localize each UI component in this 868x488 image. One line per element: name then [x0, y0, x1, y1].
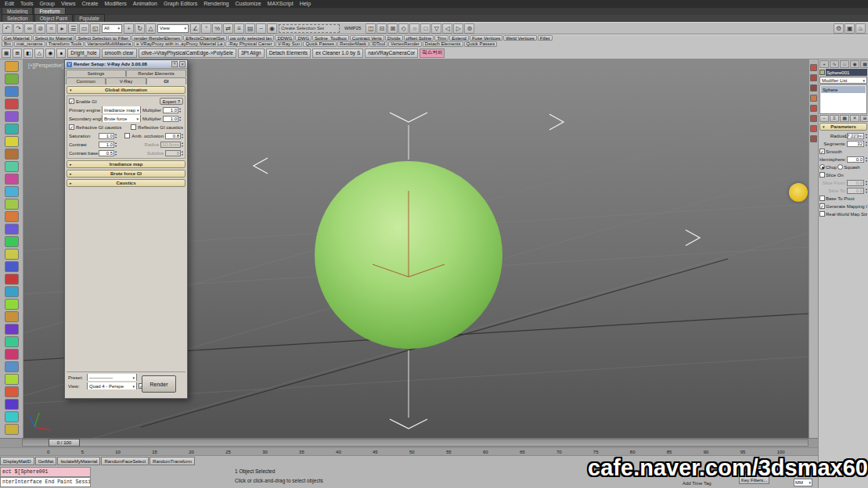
spinner-arrows-icon[interactable]: ▴▾ — [115, 150, 117, 156]
modifier-stack[interactable]: Sphere — [819, 84, 867, 114]
spinner-arrows-icon[interactable]: ▴▾ — [179, 107, 181, 113]
tool-icon[interactable] — [5, 124, 19, 135]
maxscript-listener-output[interactable]: nterInterface End Paint Session — [0, 477, 91, 487]
timeline-ruler[interactable]: 0510152025303540455055606570758085909510… — [0, 447, 818, 455]
script-button[interactable]: ow only selected lay — [228, 35, 275, 41]
menu-item[interactable]: Help — [297, 0, 314, 8]
toolbar-icon[interactable]: ○ — [409, 23, 420, 34]
smooth-checkbox[interactable] — [819, 149, 825, 154]
primary-engine-dropdown[interactable]: Irradiance map ▾ — [102, 106, 141, 113]
toolbar-icon[interactable]: ◉ — [45, 48, 55, 58]
angle-snap-icon[interactable]: ° — [201, 23, 211, 34]
ao-subdivs-spinner[interactable]: 8 ▴▾ — [165, 150, 183, 156]
ribbon-tab[interactable]: Selection — [2, 14, 34, 22]
contrast-spinner[interactable]: 1.0 ▴▾ — [99, 142, 117, 148]
script-button[interactable]: ctive->VrayPhysicalCamEdge->PolySele — [139, 48, 236, 58]
secondary-engine-dropdown[interactable]: Brute force ▾ — [102, 115, 141, 122]
view-dropdown[interactable]: Quad 4 - Perspe ▾ — [87, 382, 137, 389]
selection-set-field[interactable]: Create Selection Set — [279, 24, 340, 33]
tool-icon[interactable] — [5, 411, 19, 422]
tool-icon[interactable] — [5, 361, 19, 372]
reference-coordinate-dropdown[interactable]: View ▾ — [157, 24, 189, 33]
spinner-arrows-icon[interactable]: ▴▾ — [182, 142, 183, 148]
tool-icon[interactable] — [810, 105, 817, 112]
redo-icon[interactable]: ↷ — [13, 23, 23, 34]
spinner-arrows-icon[interactable]: ▴▾ — [179, 116, 181, 122]
slice-to-field[interactable]: 0.0 — [847, 188, 864, 194]
tool-icon[interactable] — [5, 186, 19, 197]
chop-radio[interactable] — [819, 164, 825, 170]
slice-from-field[interactable]: 0.0 — [847, 180, 864, 186]
hemisphere-field[interactable]: 0.0 — [847, 156, 864, 163]
enable-gi-checkbox[interactable] — [69, 99, 74, 104]
render-dialog-tab[interactable]: Render Elements — [126, 70, 186, 77]
tool-icon[interactable] — [810, 125, 817, 132]
select-by-name-icon[interactable]: ☰ — [68, 23, 78, 34]
render-dialog-tab[interactable]: V-Ray — [106, 77, 146, 84]
refractive-caustics-checkbox[interactable] — [69, 124, 74, 130]
menu-item[interactable]: MAXScript — [265, 0, 297, 8]
align-icon[interactable]: ≡ — [234, 23, 244, 34]
tool-icon[interactable] — [5, 136, 19, 147]
rollout-caustics[interactable]: ▸ Caustics — [67, 179, 185, 187]
script-button[interactable]: Dright_hole — [67, 48, 99, 58]
timeline-track[interactable] — [22, 439, 809, 447]
script-button[interactable]: Weld Vertices — [503, 35, 537, 41]
primary-multiplier-spinner[interactable]: 1.0 ▴▾ — [163, 107, 181, 113]
tool-icon[interactable] — [5, 399, 19, 410]
script-button[interactable]: 3Pt Align — [238, 48, 265, 58]
fix-korean-button[interactable]: 픽스커퍼 — [420, 48, 445, 58]
dialog-titlebar[interactable]: V Render Setup: V-Ray Adv 3.00.08 ? ✕ — [65, 60, 187, 69]
tool-icon[interactable] — [5, 274, 19, 285]
toolbar-icon[interactable]: ∎ — [56, 48, 66, 58]
saturation-spinner[interactable]: 1.0 ▴▾ — [99, 133, 117, 139]
tool-icon[interactable] — [5, 424, 19, 435]
menu-item[interactable]: Animation — [130, 0, 160, 8]
tool-icon[interactable] — [5, 386, 19, 397]
segments-field[interactable]: 32 — [847, 141, 864, 147]
remove-modifier-icon[interactable]: ✕ — [850, 115, 859, 122]
script-button[interactable]: mat_rename — [14, 41, 45, 47]
script-button[interactable]: DWG — [295, 35, 312, 41]
snap-toggle-icon[interactable]: ∠ — [190, 23, 200, 34]
script-button[interactable]: Detach Elements — [266, 48, 312, 58]
tool-icon[interactable] — [5, 249, 19, 260]
object-name-field[interactable]: Sphere001 — [826, 69, 867, 76]
tool-icon[interactable] — [5, 299, 19, 310]
rendered-frame-icon[interactable]: ▣ — [845, 23, 855, 34]
make-unique-icon[interactable]: ▦ — [840, 115, 849, 122]
script-button[interactable]: Get Material — [2, 35, 32, 41]
radius-field[interactable]: 17.223m — [847, 133, 864, 139]
preset-dropdown[interactable]: ————— ▾ — [87, 374, 137, 381]
pin-stack-icon[interactable]: − — [819, 115, 829, 122]
layer-manager-icon[interactable]: ▤ — [245, 23, 255, 34]
menu-item[interactable]: Graph Editors — [160, 0, 200, 8]
script-button[interactable]: offset Spline — [404, 35, 434, 41]
rollout-irradiance-map[interactable]: ▸ Irradiance map — [67, 160, 185, 168]
tool-icon[interactable] — [810, 84, 817, 92]
mirror-icon[interactable]: ⇄ — [223, 23, 233, 34]
script-tab[interactable]: RandomTransform — [149, 457, 195, 465]
selection-filter-dropdown[interactable]: All ▾ — [102, 24, 122, 33]
tool-icon[interactable] — [5, 61, 19, 72]
object-color-swatch[interactable] — [819, 70, 825, 75]
script-button[interactable]: VarianceMultiMateria — [85, 41, 133, 47]
tool-icon[interactable] — [5, 311, 19, 322]
ribbon-tab[interactable]: Object Paint — [34, 14, 73, 22]
generate-mapping-checkbox[interactable] — [819, 203, 825, 209]
tool-icon[interactable] — [5, 374, 19, 385]
script-tab[interactable]: DisplayMatID — [0, 457, 34, 465]
render-dialog-tab[interactable]: GI — [146, 77, 186, 84]
display-tab-icon[interactable]: ▦ — [860, 60, 868, 68]
script-button[interactable]: EffectsChannelSet — [183, 35, 227, 41]
material-editor-icon[interactable]: ◉ — [267, 23, 277, 34]
script-button[interactable]: V-Ray Sun — [276, 41, 303, 47]
script-tab[interactable]: GetMat — [35, 457, 57, 465]
script-button[interactable]: Quick Passes — [464, 41, 498, 47]
script-button[interactable]: smooth clear — [102, 48, 137, 58]
curve-editor-icon[interactable]: ~ — [256, 23, 266, 34]
script-tab[interactable]: RandomFaceSelect — [101, 457, 149, 465]
configure-modifier-icon[interactable]: ⊞ — [860, 115, 868, 122]
menu-item[interactable]: Customize — [232, 0, 264, 8]
tool-icon[interactable] — [5, 324, 19, 335]
